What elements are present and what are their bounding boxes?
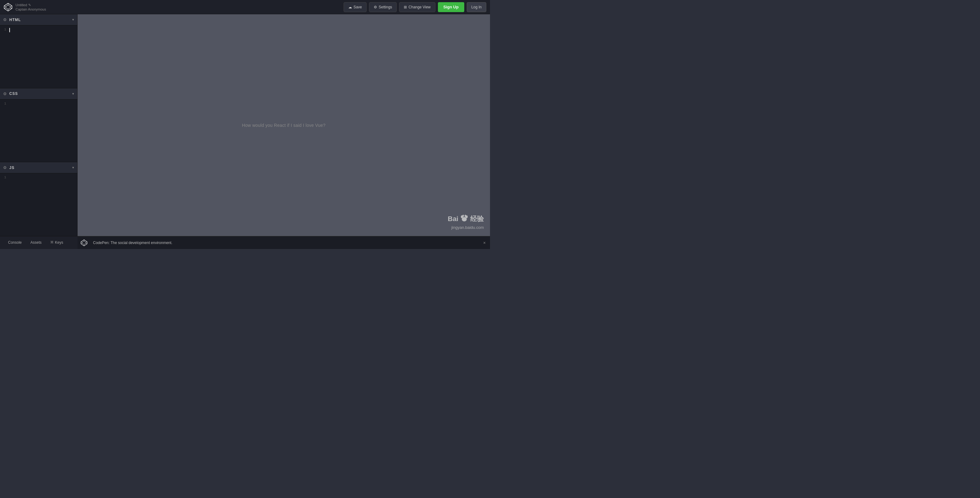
html-editor-label: HTML (9, 18, 21, 22)
html-editor-body[interactable]: 1 (0, 25, 77, 88)
svg-line-7 (4, 6, 6, 6)
html-editor-header[interactable]: ⚙ HTML ▾ (0, 14, 77, 25)
settings-button[interactable]: ⚙ Settings (369, 2, 397, 12)
svg-line-6 (4, 8, 6, 8)
svg-point-11 (462, 215, 464, 217)
pen-title[interactable]: Untitled ✎ (16, 3, 46, 8)
toast-message-text: CodePen: The social development environm… (91, 240, 479, 245)
svg-line-17 (86, 243, 87, 244)
save-button[interactable]: ☁ Save (344, 2, 367, 12)
tab-console[interactable]: Console (4, 238, 26, 248)
toast-codepen-logo (78, 236, 91, 249)
bottom-bar: Console Assets ⌘ Keys CodePen: The socia… (0, 236, 490, 249)
navbar-left: Untitled ✎ Captain Anonymous (4, 3, 46, 11)
html-gear-icon[interactable]: ⚙ (3, 18, 7, 22)
css-chevron-icon[interactable]: ▾ (72, 92, 74, 96)
js-editor-header[interactable]: ⚙ JS ▾ (0, 162, 77, 173)
html-code-line-1: 1 (0, 27, 77, 33)
css-editor-body[interactable]: 1 (0, 100, 77, 162)
left-panel: ⚙ HTML ▾ 1 ⚙ CSS ▾ (0, 14, 78, 236)
css-editor-section: ⚙ CSS ▾ 1 (0, 88, 77, 162)
navbar: Untitled ✎ Captain Anonymous ☁ Save ⚙ Se… (0, 0, 490, 14)
css-editor-header-left: ⚙ CSS (3, 91, 18, 96)
settings-gear-icon: ⚙ (374, 5, 377, 9)
tab-assets[interactable]: Assets (26, 238, 46, 248)
css-editor-label: CSS (9, 91, 18, 96)
signup-button[interactable]: Sign Up (438, 2, 464, 12)
svg-line-16 (86, 242, 87, 242)
js-chevron-icon[interactable]: ▾ (72, 165, 74, 170)
css-code-line-1: 1 (0, 102, 77, 108)
baidu-paw-icon (460, 213, 469, 224)
preview-panel: How would you React if I said I love Vue… (78, 14, 490, 236)
preview-tagline: How would you React if I said I love Vue… (242, 123, 325, 128)
svg-marker-1 (6, 5, 10, 9)
toast-close-button[interactable]: × (479, 237, 490, 248)
html-editor-section: ⚙ HTML ▾ 1 (0, 14, 77, 88)
js-editor-body[interactable]: 1 (0, 173, 77, 236)
css-editor-header[interactable]: ⚙ CSS ▾ (0, 88, 77, 100)
user-name: Captain Anonymous (16, 8, 46, 11)
html-editor-header-left: ⚙ HTML (3, 18, 21, 22)
baidu-url: jingyan.baidu.com (448, 225, 484, 230)
login-button[interactable]: Log In (467, 2, 486, 12)
html-cursor (9, 28, 10, 32)
navbar-title-group: Untitled ✎ Captain Anonymous (16, 3, 46, 11)
svg-marker-14 (83, 241, 86, 244)
toast-notification: CodePen: The social development environm… (78, 236, 490, 249)
html-chevron-icon[interactable]: ▾ (72, 18, 74, 22)
baidu-logo: Bai 经验 (448, 213, 484, 224)
css-gear-icon[interactable]: ⚙ (3, 91, 7, 96)
navbar-right: ☁ Save ⚙ Settings ⊞ Change View Sign Up … (344, 2, 486, 12)
save-cloud-icon: ☁ (348, 5, 352, 9)
svg-line-19 (81, 243, 82, 244)
baidu-watermark: Bai 经验 jingyan.baidu.com (448, 213, 484, 230)
change-view-button[interactable]: ⊞ Change View (399, 2, 435, 12)
js-editor-section: ⚙ JS ▾ 1 (0, 162, 77, 236)
codepen-logo (4, 3, 13, 11)
tab-keys[interactable]: ⌘ Keys (46, 238, 68, 248)
command-icon: ⌘ (50, 240, 54, 244)
js-gear-icon[interactable]: ⚙ (3, 165, 7, 170)
change-view-icon: ⊞ (404, 5, 407, 9)
main-layout: ⚙ HTML ▾ 1 ⚙ CSS ▾ (0, 14, 490, 236)
svg-line-20 (81, 242, 82, 242)
js-code-line-1: 1 (0, 175, 77, 181)
svg-point-12 (465, 215, 466, 217)
js-editor-header-left: ⚙ JS (3, 165, 14, 170)
svg-line-3 (10, 6, 12, 6)
js-editor-label: JS (9, 165, 14, 170)
svg-line-4 (10, 8, 12, 8)
